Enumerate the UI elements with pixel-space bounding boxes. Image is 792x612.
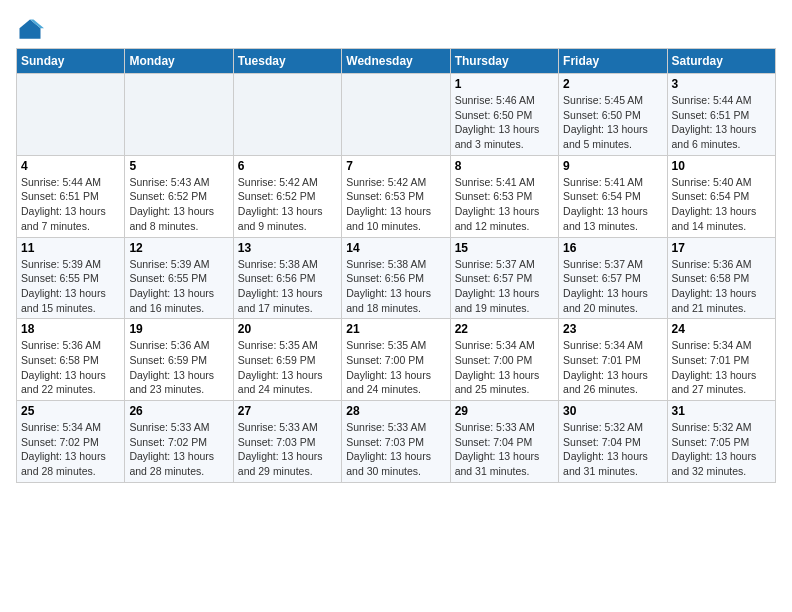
calendar-week-4: 18Sunrise: 5:36 AMSunset: 6:58 PMDayligh… — [17, 319, 776, 401]
day-number: 31 — [672, 404, 771, 418]
day-number: 16 — [563, 241, 662, 255]
day-number: 12 — [129, 241, 228, 255]
day-info: Sunrise: 5:44 AMSunset: 6:51 PMDaylight:… — [672, 93, 771, 152]
calendar-cell: 11Sunrise: 5:39 AMSunset: 6:55 PMDayligh… — [17, 237, 125, 319]
calendar-header-row: SundayMondayTuesdayWednesdayThursdayFrid… — [17, 49, 776, 74]
calendar-cell: 12Sunrise: 5:39 AMSunset: 6:55 PMDayligh… — [125, 237, 233, 319]
day-info: Sunrise: 5:37 AMSunset: 6:57 PMDaylight:… — [563, 257, 662, 316]
calendar-cell: 16Sunrise: 5:37 AMSunset: 6:57 PMDayligh… — [559, 237, 667, 319]
day-number: 4 — [21, 159, 120, 173]
day-number: 17 — [672, 241, 771, 255]
col-header-monday: Monday — [125, 49, 233, 74]
logo — [16, 16, 48, 44]
calendar-cell: 22Sunrise: 5:34 AMSunset: 7:00 PMDayligh… — [450, 319, 558, 401]
day-info: Sunrise: 5:35 AMSunset: 7:00 PMDaylight:… — [346, 338, 445, 397]
calendar-cell: 19Sunrise: 5:36 AMSunset: 6:59 PMDayligh… — [125, 319, 233, 401]
day-info: Sunrise: 5:34 AMSunset: 7:02 PMDaylight:… — [21, 420, 120, 479]
calendar-cell: 21Sunrise: 5:35 AMSunset: 7:00 PMDayligh… — [342, 319, 450, 401]
calendar-cell: 4Sunrise: 5:44 AMSunset: 6:51 PMDaylight… — [17, 155, 125, 237]
calendar-cell: 15Sunrise: 5:37 AMSunset: 6:57 PMDayligh… — [450, 237, 558, 319]
day-number: 25 — [21, 404, 120, 418]
calendar-cell: 6Sunrise: 5:42 AMSunset: 6:52 PMDaylight… — [233, 155, 341, 237]
calendar-cell: 10Sunrise: 5:40 AMSunset: 6:54 PMDayligh… — [667, 155, 775, 237]
calendar-cell: 2Sunrise: 5:45 AMSunset: 6:50 PMDaylight… — [559, 74, 667, 156]
calendar-cell: 30Sunrise: 5:32 AMSunset: 7:04 PMDayligh… — [559, 401, 667, 483]
day-info: Sunrise: 5:37 AMSunset: 6:57 PMDaylight:… — [455, 257, 554, 316]
day-number: 18 — [21, 322, 120, 336]
day-number: 1 — [455, 77, 554, 91]
day-number: 3 — [672, 77, 771, 91]
svg-marker-0 — [20, 20, 41, 39]
day-number: 26 — [129, 404, 228, 418]
calendar-cell: 20Sunrise: 5:35 AMSunset: 6:59 PMDayligh… — [233, 319, 341, 401]
calendar-week-2: 4Sunrise: 5:44 AMSunset: 6:51 PMDaylight… — [17, 155, 776, 237]
day-info: Sunrise: 5:45 AMSunset: 6:50 PMDaylight:… — [563, 93, 662, 152]
day-number: 14 — [346, 241, 445, 255]
col-header-sunday: Sunday — [17, 49, 125, 74]
day-info: Sunrise: 5:33 AMSunset: 7:04 PMDaylight:… — [455, 420, 554, 479]
calendar-cell: 26Sunrise: 5:33 AMSunset: 7:02 PMDayligh… — [125, 401, 233, 483]
calendar-cell: 3Sunrise: 5:44 AMSunset: 6:51 PMDaylight… — [667, 74, 775, 156]
day-number: 15 — [455, 241, 554, 255]
day-info: Sunrise: 5:41 AMSunset: 6:54 PMDaylight:… — [563, 175, 662, 234]
calendar-cell — [125, 74, 233, 156]
calendar-cell: 14Sunrise: 5:38 AMSunset: 6:56 PMDayligh… — [342, 237, 450, 319]
day-number: 28 — [346, 404, 445, 418]
day-info: Sunrise: 5:34 AMSunset: 7:00 PMDaylight:… — [455, 338, 554, 397]
calendar-cell: 1Sunrise: 5:46 AMSunset: 6:50 PMDaylight… — [450, 74, 558, 156]
calendar-cell: 9Sunrise: 5:41 AMSunset: 6:54 PMDaylight… — [559, 155, 667, 237]
day-number: 19 — [129, 322, 228, 336]
calendar-cell — [233, 74, 341, 156]
day-info: Sunrise: 5:36 AMSunset: 6:58 PMDaylight:… — [21, 338, 120, 397]
day-number: 8 — [455, 159, 554, 173]
day-number: 27 — [238, 404, 337, 418]
day-info: Sunrise: 5:38 AMSunset: 6:56 PMDaylight:… — [346, 257, 445, 316]
calendar-week-5: 25Sunrise: 5:34 AMSunset: 7:02 PMDayligh… — [17, 401, 776, 483]
calendar-cell: 7Sunrise: 5:42 AMSunset: 6:53 PMDaylight… — [342, 155, 450, 237]
day-number: 21 — [346, 322, 445, 336]
col-header-tuesday: Tuesday — [233, 49, 341, 74]
day-info: Sunrise: 5:42 AMSunset: 6:52 PMDaylight:… — [238, 175, 337, 234]
day-info: Sunrise: 5:33 AMSunset: 7:02 PMDaylight:… — [129, 420, 228, 479]
day-info: Sunrise: 5:39 AMSunset: 6:55 PMDaylight:… — [21, 257, 120, 316]
col-header-friday: Friday — [559, 49, 667, 74]
day-info: Sunrise: 5:34 AMSunset: 7:01 PMDaylight:… — [672, 338, 771, 397]
day-number: 23 — [563, 322, 662, 336]
day-number: 5 — [129, 159, 228, 173]
day-info: Sunrise: 5:33 AMSunset: 7:03 PMDaylight:… — [238, 420, 337, 479]
calendar-week-3: 11Sunrise: 5:39 AMSunset: 6:55 PMDayligh… — [17, 237, 776, 319]
day-info: Sunrise: 5:36 AMSunset: 6:58 PMDaylight:… — [672, 257, 771, 316]
calendar-cell: 24Sunrise: 5:34 AMSunset: 7:01 PMDayligh… — [667, 319, 775, 401]
day-number: 10 — [672, 159, 771, 173]
calendar-week-1: 1Sunrise: 5:46 AMSunset: 6:50 PMDaylight… — [17, 74, 776, 156]
calendar-cell: 23Sunrise: 5:34 AMSunset: 7:01 PMDayligh… — [559, 319, 667, 401]
day-info: Sunrise: 5:36 AMSunset: 6:59 PMDaylight:… — [129, 338, 228, 397]
calendar-table: SundayMondayTuesdayWednesdayThursdayFrid… — [16, 48, 776, 483]
day-info: Sunrise: 5:35 AMSunset: 6:59 PMDaylight:… — [238, 338, 337, 397]
day-info: Sunrise: 5:41 AMSunset: 6:53 PMDaylight:… — [455, 175, 554, 234]
calendar-cell: 5Sunrise: 5:43 AMSunset: 6:52 PMDaylight… — [125, 155, 233, 237]
logo-icon — [16, 16, 44, 44]
day-info: Sunrise: 5:34 AMSunset: 7:01 PMDaylight:… — [563, 338, 662, 397]
day-number: 20 — [238, 322, 337, 336]
day-number: 30 — [563, 404, 662, 418]
col-header-wednesday: Wednesday — [342, 49, 450, 74]
col-header-thursday: Thursday — [450, 49, 558, 74]
calendar-cell: 25Sunrise: 5:34 AMSunset: 7:02 PMDayligh… — [17, 401, 125, 483]
calendar-cell: 17Sunrise: 5:36 AMSunset: 6:58 PMDayligh… — [667, 237, 775, 319]
day-info: Sunrise: 5:40 AMSunset: 6:54 PMDaylight:… — [672, 175, 771, 234]
day-info: Sunrise: 5:44 AMSunset: 6:51 PMDaylight:… — [21, 175, 120, 234]
day-info: Sunrise: 5:42 AMSunset: 6:53 PMDaylight:… — [346, 175, 445, 234]
day-info: Sunrise: 5:39 AMSunset: 6:55 PMDaylight:… — [129, 257, 228, 316]
day-info: Sunrise: 5:33 AMSunset: 7:03 PMDaylight:… — [346, 420, 445, 479]
calendar-cell — [342, 74, 450, 156]
day-info: Sunrise: 5:43 AMSunset: 6:52 PMDaylight:… — [129, 175, 228, 234]
day-info: Sunrise: 5:38 AMSunset: 6:56 PMDaylight:… — [238, 257, 337, 316]
calendar-cell: 27Sunrise: 5:33 AMSunset: 7:03 PMDayligh… — [233, 401, 341, 483]
day-number: 29 — [455, 404, 554, 418]
calendar-cell: 31Sunrise: 5:32 AMSunset: 7:05 PMDayligh… — [667, 401, 775, 483]
day-number: 7 — [346, 159, 445, 173]
calendar-cell: 8Sunrise: 5:41 AMSunset: 6:53 PMDaylight… — [450, 155, 558, 237]
day-info: Sunrise: 5:46 AMSunset: 6:50 PMDaylight:… — [455, 93, 554, 152]
day-number: 13 — [238, 241, 337, 255]
